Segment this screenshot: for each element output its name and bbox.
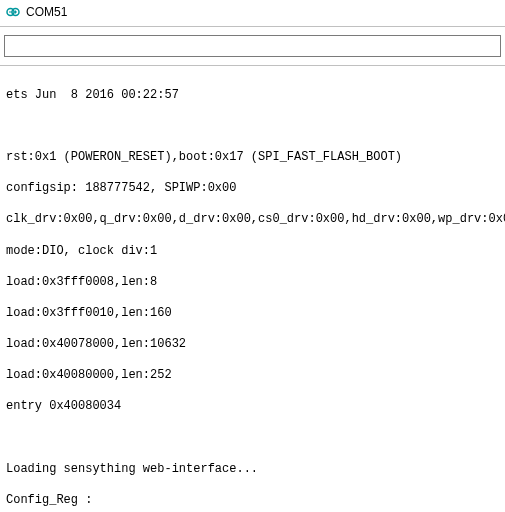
console-line: Config_Reg :	[6, 493, 499, 509]
console-line: Loading sensything web-interface...	[6, 462, 499, 478]
console-line: load:0x40078000,len:10632	[6, 337, 499, 353]
arduino-icon	[6, 5, 20, 19]
console-line: load:0x40080000,len:252	[6, 368, 499, 384]
separator	[0, 65, 505, 66]
console-line: load:0x3fff0010,len:160	[6, 306, 499, 322]
window-title: COM51	[26, 5, 67, 19]
console-line: mode:DIO, clock div:1	[6, 244, 499, 260]
console-line: load:0x3fff0008,len:8	[6, 275, 499, 291]
separator	[0, 26, 505, 27]
console-line: clk_drv:0x00,q_drv:0x00,d_drv:0x00,cs0_d…	[6, 212, 499, 228]
console-line: entry 0x40080034	[6, 399, 499, 415]
serial-input[interactable]	[4, 35, 501, 57]
console-line: ets Jun 8 2016 00:22:57	[6, 88, 499, 104]
serial-console: ets Jun 8 2016 00:22:57 rst:0x1 (POWERON…	[0, 68, 505, 512]
console-line: configsip: 188777542, SPIWP:0x00	[6, 181, 499, 197]
titlebar: COM51	[0, 0, 505, 24]
input-row	[0, 29, 505, 63]
console-line	[6, 431, 499, 447]
console-line	[6, 119, 499, 135]
console-line: rst:0x1 (POWERON_RESET),boot:0x17 (SPI_F…	[6, 150, 499, 166]
